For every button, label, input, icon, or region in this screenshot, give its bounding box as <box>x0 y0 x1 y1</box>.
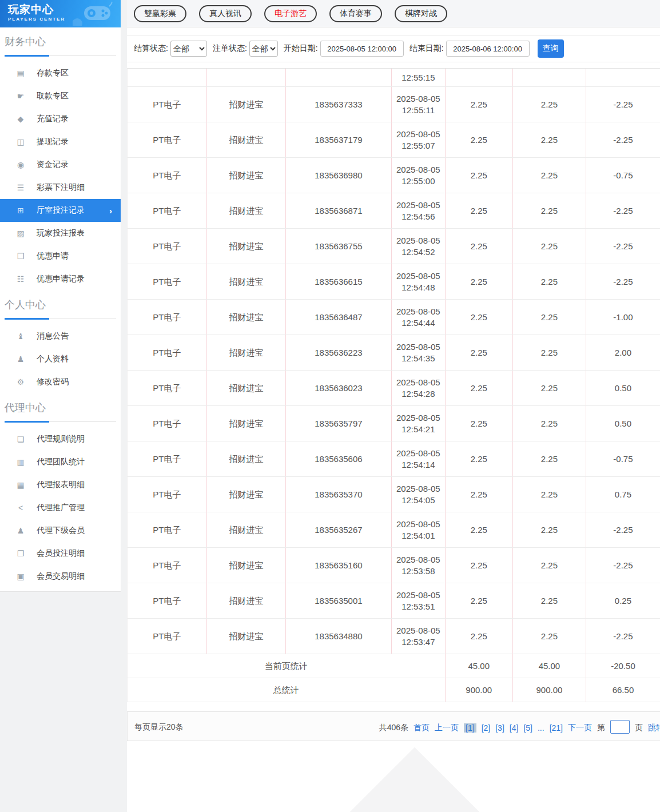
bet-clock: 12:54:56 <box>392 211 445 222</box>
bet-clock: 12:54:21 <box>392 424 445 435</box>
sidebar-item-label: 取款专区 <box>37 91 69 101</box>
sidebar-item-trigram[interactable]: ☷优惠申请记录 <box>0 268 121 290</box>
tab-category[interactable]: 真人视讯 <box>199 5 252 22</box>
sidebar-item-stat[interactable]: ▥代理团队统计 <box>0 451 121 473</box>
sidebar-item-moneybag[interactable]: ◆充值记录 <box>0 108 121 130</box>
cell-win-loss: -2.25 <box>586 512 660 547</box>
bet-clock: 12:53:51 <box>392 601 445 612</box>
sidebar-item-people[interactable]: ♟代理下级会员 <box>0 519 121 542</box>
first-page-link[interactable]: 首页 <box>414 723 430 733</box>
cell-order-id: 1835637179 <box>285 122 391 157</box>
bet-clock: 12:53:58 <box>392 566 445 577</box>
cell-order-id: 1835635606 <box>285 441 391 476</box>
page-link[interactable]: [2] <box>482 723 491 733</box>
cell-empty <box>285 69 391 86</box>
cell-win-loss: -0.75 <box>586 158 660 193</box>
sidebar-section-title: 代理中心 <box>5 401 116 422</box>
cell-game-type: PT电子 <box>128 193 206 228</box>
ticket-icon: ❒ <box>15 252 26 261</box>
trigram-icon: ☷ <box>15 274 26 284</box>
sidebar-item-person[interactable]: ♟个人资料 <box>0 348 121 371</box>
cell-bet-time: 2025-08-0512:53:58 <box>391 548 445 583</box>
sidebar-item-ticket[interactable]: ❒优惠申请 <box>0 245 121 268</box>
jump-prefix-label: 第 <box>597 723 605 733</box>
tab-category[interactable]: 体育赛事 <box>329 5 382 22</box>
cell-valid-amount: 2.25 <box>512 406 586 441</box>
sidebar-item-chart[interactable]: ▨玩家投注报表 <box>0 222 121 245</box>
cell-game-type: PT电子 <box>128 512 206 547</box>
bet-date: 2025-08-05 <box>392 235 445 246</box>
bet-date: 2025-08-05 <box>392 270 445 282</box>
cell-win-loss: -2.25 <box>586 122 660 157</box>
chart-icon: ▨ <box>15 229 26 238</box>
jump-button[interactable]: 跳转 <box>648 723 660 733</box>
sidebar-item-label: 消息公告 <box>37 331 69 341</box>
hand-icon: ☛ <box>15 91 26 101</box>
cell-bet-time: 2025-08-0512:54:14 <box>391 441 445 476</box>
sidebar-item-doclist[interactable]: ❐会员投注明细 <box>0 542 121 565</box>
table-row: PT电子招财进宝18356362232025-08-0512:54:352.25… <box>128 335 660 371</box>
table-row: PT电子招财进宝18356371792025-08-0512:55:072.25… <box>128 122 660 158</box>
cell-win-loss: 0.75 <box>586 477 660 512</box>
bet-clock: 12:54:28 <box>392 388 445 400</box>
cell-bet-amount: 2.25 <box>445 406 512 441</box>
sidebar-section-title: 财务中心 <box>5 35 116 56</box>
bet-clock: 12:54:14 <box>392 459 445 471</box>
table-row: PT电子招财进宝18356348802025-08-0512:53:472.25… <box>128 619 660 654</box>
sidebar-item-label: 提现记录 <box>37 137 69 147</box>
tab-category[interactable]: 雙赢彩票 <box>134 5 186 22</box>
start-date-input[interactable] <box>320 41 404 57</box>
sidebar-item-docsq[interactable]: ▣会员交易明细 <box>0 565 121 588</box>
doclist-icon: ❐ <box>15 549 26 558</box>
page-link[interactable]: [5] <box>523 723 532 733</box>
cell-game-name: 招财进宝 <box>206 371 285 405</box>
cell-game-name: 招财进宝 <box>206 406 285 441</box>
cell-order-id: 1835635797 <box>285 406 391 441</box>
cell-bet-amount: 2.25 <box>445 264 512 299</box>
cell-valid-amount: 2.25 <box>512 335 586 370</box>
person-icon: ♟ <box>15 355 26 364</box>
sidebar-item-label: 存款专区 <box>37 68 69 78</box>
page-link[interactable]: [21] <box>550 723 563 733</box>
bet-date: 2025-08-05 <box>392 448 445 459</box>
sidebar-item-bell[interactable]: ♝消息公告 <box>0 325 121 348</box>
sidebar-item-label: 优惠申请 <box>37 251 69 261</box>
sidebar-item-list[interactable]: ☰彩票下注明细 <box>0 176 121 199</box>
cell-bet-amount: 2.25 <box>445 441 512 476</box>
bet-date: 2025-08-05 <box>392 341 445 353</box>
cell-empty <box>206 69 285 86</box>
sidebar-item-label: 代理团队统计 <box>37 457 85 467</box>
cell-game-type: PT电子 <box>128 477 206 512</box>
main-content: 雙赢彩票真人视讯电子游艺体育赛事棋牌对战 结算状态: 全部 注单状态: 全部 开… <box>127 0 660 812</box>
settle-status-select[interactable]: 全部 <box>170 41 207 57</box>
cell-bet-amount: 2.25 <box>445 229 512 264</box>
bet-clock: 12:54:35 <box>392 353 445 364</box>
page-link[interactable]: [4] <box>510 723 519 733</box>
sidebar-item-card[interactable]: ▤存款专区 <box>0 62 121 85</box>
tab-category[interactable]: 棋牌对战 <box>395 5 447 22</box>
jump-page-input[interactable] <box>610 720 630 734</box>
sidebar-item-coin[interactable]: ◉资金记录 <box>0 153 121 176</box>
pagination-ellipsis: ... <box>538 723 544 733</box>
sidebar-item-doc[interactable]: ❏代理规则说明 <box>0 428 121 451</box>
cell-bet-amount: 2.25 <box>445 335 512 370</box>
gear-icon: ⚙ <box>15 377 26 387</box>
tab-active[interactable]: 电子游艺 <box>264 5 317 22</box>
query-button[interactable]: 查询 <box>538 39 564 58</box>
prev-page-link[interactable]: 上一页 <box>435 723 459 733</box>
cell-empty <box>586 69 660 86</box>
sidebar-item-stat2[interactable]: ▦代理报表明细 <box>0 473 121 496</box>
order-status-select[interactable]: 全部 <box>249 41 278 57</box>
sidebar-item-hand[interactable]: ☛取款专区 <box>0 85 121 108</box>
settle-status-label: 结算状态: <box>134 43 168 54</box>
sidebar-item-share[interactable]: <代理推广管理 <box>0 496 121 519</box>
page-link[interactable]: [3] <box>495 723 504 733</box>
next-page-link[interactable]: 下一页 <box>568 723 592 733</box>
sidebar: 玩家中心 PLAYERS CENTER 财务中心▤存款专区☛取款专区◆充值记录◫… <box>0 0 121 592</box>
end-date-input[interactable] <box>446 41 530 57</box>
sidebar-item-grid[interactable]: ⊞厅室投注记录› <box>0 199 121 222</box>
sidebar-item-gear[interactable]: ⚙修改密码 <box>0 371 121 393</box>
table-row: PT电子招财进宝18356373332025-08-0512:55:112.25… <box>128 87 660 122</box>
cell-valid-amount: 2.25 <box>512 229 586 264</box>
sidebar-item-wallet[interactable]: ◫提现记录 <box>0 130 121 153</box>
